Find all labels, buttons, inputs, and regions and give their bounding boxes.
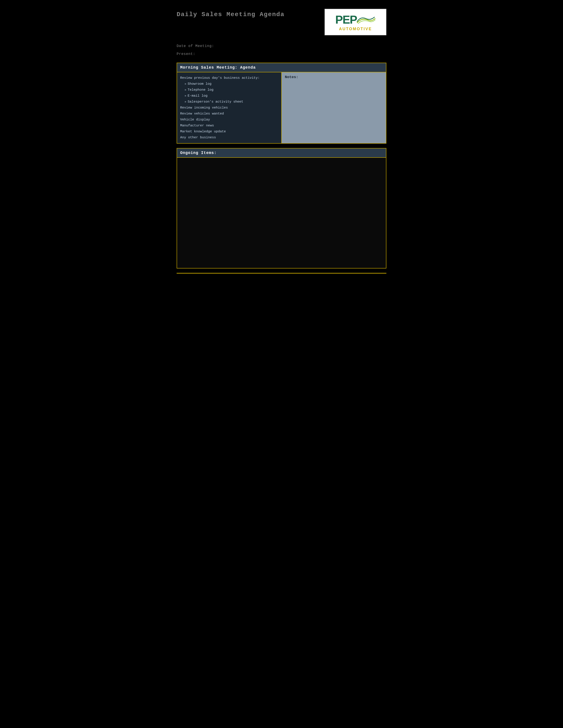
bullet-icon: » (184, 99, 186, 104)
logo-pep-text: PEP (335, 13, 357, 26)
sub-item-showroom: » Showroom log (180, 81, 278, 87)
header: Daily Sales Meeting Agenda PEP AUTOMOTIV… (177, 9, 386, 35)
agenda-section: Morning Sales Meeting: Agenda Review pre… (177, 63, 386, 144)
present-label: Present: (177, 52, 195, 56)
main-item-incoming: Review incoming vehicles (180, 105, 278, 111)
sub-item-label: Telephone log (188, 87, 213, 93)
main-item-wanted: Review vehicles wanted (180, 111, 278, 117)
logo-pep: PEP (335, 13, 376, 26)
meta-section: Date of Meeting: Present: (177, 44, 386, 56)
date-label: Date of Meeting: (177, 44, 214, 48)
ongoing-section-header: Ongoing Items: (177, 148, 386, 158)
main-item-other: Any other business (180, 135, 278, 141)
bullet-icon: » (184, 81, 186, 86)
page: Daily Sales Meeting Agenda PEP AUTOMOTIV… (177, 9, 386, 274)
sub-item-label: Showroom log (188, 81, 211, 87)
logo-swoosh-icon (356, 15, 376, 24)
logo-container: PEP AUTOMOTIVE (325, 9, 386, 35)
logo-automotive-text: AUTOMOTIVE (339, 27, 372, 31)
sub-item-label: Salesperson's activity sheet (188, 99, 243, 105)
agenda-intro: Review previous day's business activity: (180, 75, 278, 81)
sub-item-email: » E-mail log (180, 93, 278, 99)
ongoing-section: Ongoing Items: (177, 148, 386, 268)
sub-item-telephone: » Telephone log (180, 87, 278, 93)
morning-section-header: Morning Sales Meeting: Agenda (177, 63, 386, 72)
date-of-meeting-field: Date of Meeting: (177, 44, 386, 48)
sub-item-salesperson: » Salesperson's activity sheet (180, 99, 278, 105)
bullet-icon: » (184, 87, 186, 92)
agenda-left: Review previous day's business activity:… (177, 72, 282, 143)
ongoing-body (177, 158, 386, 268)
sub-item-label: E-mail log (188, 93, 207, 99)
agenda-body: Review previous day's business activity:… (177, 72, 386, 143)
main-item-news: Manufacturer news (180, 123, 278, 129)
main-item-market: Market knowledge update (180, 129, 278, 135)
page-title: Daily Sales Meeting Agenda (177, 11, 285, 18)
present-field: Present: (177, 52, 386, 56)
bullet-icon: » (184, 93, 186, 98)
agenda-right: Notes: (282, 72, 386, 143)
main-item-display: Vehicle display (180, 117, 278, 123)
bottom-divider (177, 273, 386, 274)
notes-label: Notes: (285, 75, 383, 79)
